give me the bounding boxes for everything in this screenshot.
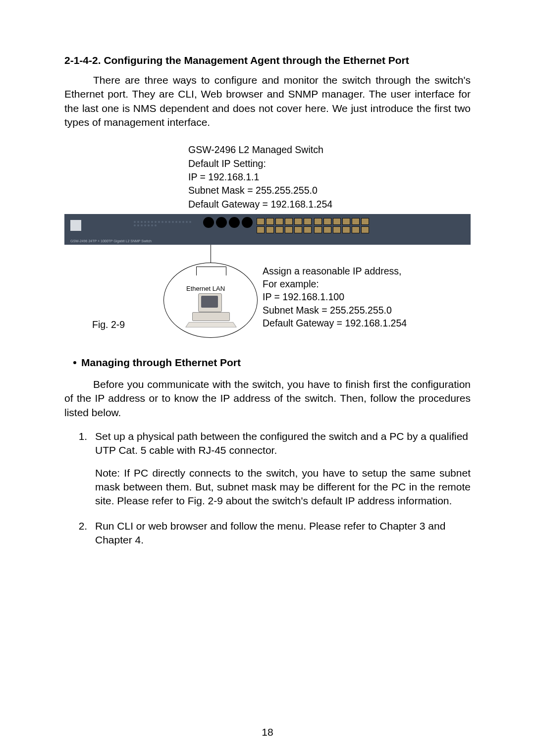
step-1-note: Note: If PC directly connects to the swi…: [95, 466, 471, 508]
branch-leg-right: [226, 267, 226, 275]
sub-heading-text: Managing through Ethernet Port: [81, 357, 241, 368]
pc-keyboard-icon: [185, 322, 237, 327]
pc-config-mask: Subnet Mask = 255.255.255.0: [263, 304, 407, 317]
fan-icon: [203, 217, 214, 228]
section-heading: 2-1-4-2. Configuring the Management Agen…: [64, 54, 471, 66]
page-number: 18: [0, 726, 535, 738]
procedure-list: Set up a physical path between the confi…: [64, 430, 471, 547]
switch-default-config: GSW-2496 L2 Managed Switch Default IP Se…: [188, 143, 471, 211]
figure-2-9: GSW-2496 24TP + 1000TP Gigabit L2 SNMP S…: [64, 214, 471, 344]
switch-config-ip: IP = 192.168.1.1: [188, 170, 471, 184]
section-number: 2-1-4-2.: [64, 54, 101, 66]
pc-base-icon: [192, 312, 230, 321]
switch-config-mask: Subnet Mask = 255.255.255.0: [188, 184, 471, 197]
switch-fans: [203, 217, 253, 228]
cable-line: [211, 245, 211, 263]
switch-config-gateway: Default Gateway = 192.168.1.254: [188, 198, 471, 211]
sub-intro-paragraph: Before you communicate with the switch, …: [64, 378, 471, 420]
switch-device-graphic: GSW-2496 24TP + 1000TP Gigabit L2 SNMP S…: [64, 214, 471, 245]
switch-config-title: GSW-2496 L2 Managed Switch: [188, 143, 471, 157]
step-2-text: Run CLI or web browser and follow the me…: [95, 520, 445, 545]
switch-model-text: GSW-2496 24TP + 1000TP Gigabit L2 SNMP S…: [70, 239, 152, 243]
lan-label: Ethernet LAN: [186, 285, 225, 292]
fan-icon: [229, 217, 240, 228]
pc-config-line2: For example:: [263, 277, 407, 290]
section-title: Configuring the Management Agent through…: [104, 54, 409, 66]
procedure-step-1: Set up a physical path between the confi…: [90, 430, 471, 508]
step-1-text: Set up a physical path between the confi…: [95, 431, 468, 456]
fan-icon: [242, 217, 253, 228]
port-block-1: [257, 218, 312, 233]
pc-config-ip: IP = 192.168.1.100: [263, 290, 407, 303]
bullet-icon: [73, 361, 76, 364]
document-page: 2-1-4-2. Configuring the Management Agen…: [0, 0, 535, 756]
intro-paragraph: There are three ways to configure and mo…: [64, 73, 471, 129]
procedure-step-2: Run CLI or web browser and follow the me…: [90, 519, 471, 547]
switch-config-setting-label: Default IP Setting:: [188, 157, 471, 170]
pc-config-gateway: Default Gateway = 192.168.1.254: [263, 317, 407, 329]
led-panel: [134, 221, 193, 226]
sub-heading: Managing through Ethernet Port: [73, 357, 471, 369]
fan-icon: [216, 217, 227, 228]
pc-screen-icon: [201, 296, 218, 308]
switch-logo-icon: [70, 220, 81, 231]
figure-caption: Fig. 2-9: [92, 319, 125, 330]
branch-leg-left: [196, 267, 197, 275]
branch-top: [196, 267, 226, 278]
pc-config-line1: Assign a reasonable IP address,: [263, 265, 407, 277]
lan-diagram: Ethernet LAN Fig. 2-9 Assign a reasonabl…: [64, 245, 471, 344]
port-block-2: [314, 218, 369, 233]
pc-config-block: Assign a reasonable IP address, For exam…: [263, 265, 407, 330]
